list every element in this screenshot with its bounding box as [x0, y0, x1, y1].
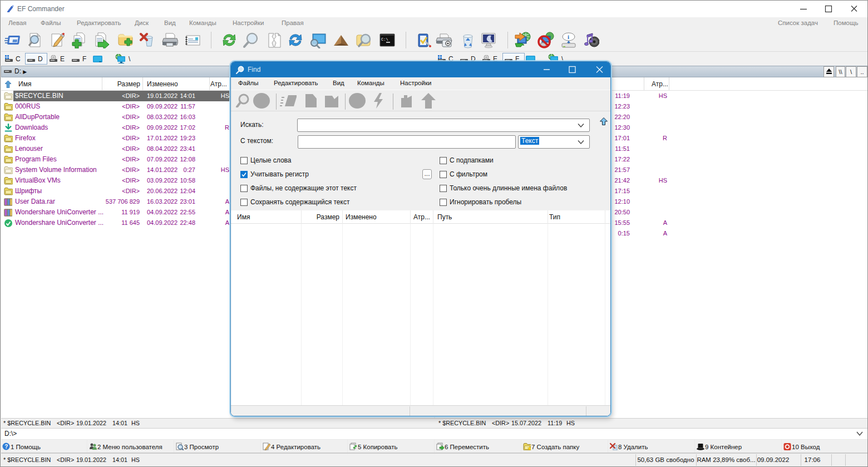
svg-text:?: ? — [4, 444, 8, 450]
svg-text:C:\: C:\ — [381, 37, 388, 42]
svg-text:i: i — [568, 33, 569, 40]
